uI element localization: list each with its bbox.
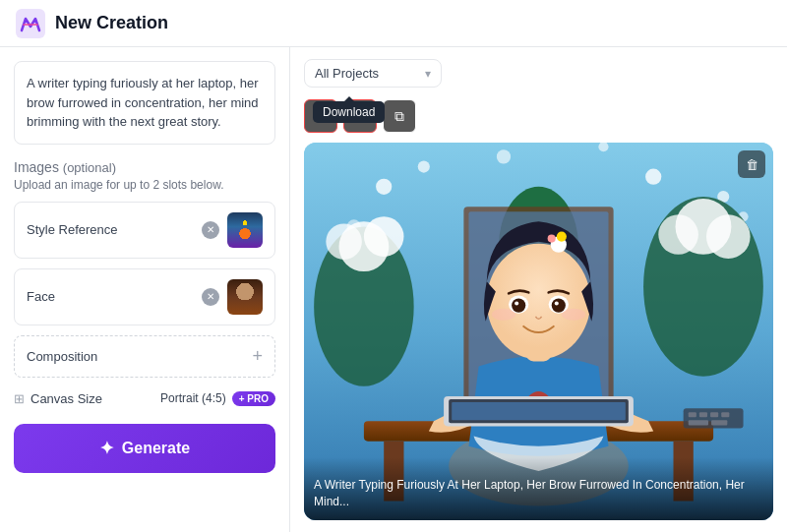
canvas-size-label: ⊞ Canvas Size xyxy=(14,391,102,406)
svg-point-3 xyxy=(418,160,430,172)
images-label: Images (optional) xyxy=(14,159,116,175)
header: New Creation xyxy=(0,0,787,47)
composition-slot[interactable]: Composition + xyxy=(14,335,275,378)
svg-point-47 xyxy=(562,309,585,321)
delete-button[interactable]: 🗑 xyxy=(738,150,765,178)
svg-point-29 xyxy=(548,235,556,243)
style-reference-label: Style Reference xyxy=(27,222,118,237)
svg-rect-45 xyxy=(711,420,727,425)
right-panel: All Projects ▾ Download ⤢ ⬇ ⧉ xyxy=(290,47,787,532)
svg-point-2 xyxy=(376,179,392,195)
face-thumbnail[interactable] xyxy=(227,279,263,315)
svg-point-46 xyxy=(492,309,515,321)
svg-point-5 xyxy=(645,169,661,185)
card-caption: A Writer Typing Furiously At Her Laptop,… xyxy=(304,457,773,520)
svg-rect-0 xyxy=(16,9,45,38)
canvas-size-row: ⊞ Canvas Size Portrait (4:5) + PRO xyxy=(14,391,275,406)
svg-point-17 xyxy=(706,214,751,259)
svg-point-26 xyxy=(487,244,591,360)
svg-rect-41 xyxy=(699,412,707,417)
project-select-label: All Projects xyxy=(315,66,419,81)
svg-point-4 xyxy=(497,149,511,163)
generate-label: Generate xyxy=(122,440,190,457)
pro-badge: + PRO xyxy=(232,391,275,406)
svg-rect-38 xyxy=(452,402,626,420)
face-slot: Face ✕ xyxy=(14,268,275,325)
style-reference-slot: Style Reference ✕ xyxy=(14,202,275,259)
images-section-header: Images (optional) Upload an image for up… xyxy=(14,158,275,192)
copy-icon: ⧉ xyxy=(394,108,404,125)
composition-add-icon: + xyxy=(252,346,263,367)
svg-rect-44 xyxy=(689,420,708,425)
canvas-size-value: Portrait (4:5) + PRO xyxy=(160,391,275,406)
svg-point-15 xyxy=(326,223,362,260)
app-logo-icon xyxy=(16,9,45,38)
generate-button[interactable]: ✦ Generate xyxy=(14,424,275,473)
style-reference-remove-button[interactable]: ✕ xyxy=(202,221,219,239)
chevron-down-icon: ▾ xyxy=(425,67,431,81)
svg-point-35 xyxy=(555,302,559,306)
face-label: Face xyxy=(27,289,55,304)
style-reference-controls: ✕ xyxy=(202,212,263,248)
svg-rect-42 xyxy=(710,412,718,417)
composition-label: Composition xyxy=(27,349,97,364)
project-select[interactable]: All Projects ▾ Download xyxy=(304,59,442,88)
svg-point-34 xyxy=(515,302,518,306)
main-layout: A writer typing furiously at her laptop,… xyxy=(0,47,787,532)
copy-button[interactable]: ⧉ xyxy=(383,99,416,133)
svg-point-14 xyxy=(364,216,404,257)
style-reference-thumbnail[interactable] xyxy=(227,212,263,248)
svg-rect-40 xyxy=(689,412,696,417)
svg-point-18 xyxy=(658,214,698,255)
trash-icon: 🗑 xyxy=(746,157,758,172)
svg-point-33 xyxy=(552,299,566,313)
prompt-display: A writer typing furiously at her laptop,… xyxy=(14,61,275,145)
image-card: A Writer Typing Furiously At Her Laptop,… xyxy=(304,143,773,520)
toolbar-row: All Projects ▾ Download xyxy=(304,59,773,88)
images-sublabel: Upload an image for up to 2 slots below. xyxy=(14,178,275,192)
download-tooltip: Download xyxy=(313,101,385,123)
left-panel: A writer typing furiously at her laptop,… xyxy=(0,47,290,532)
svg-point-32 xyxy=(512,299,525,313)
generate-icon: ✦ xyxy=(99,438,114,459)
page-title: New Creation xyxy=(55,13,168,33)
face-remove-button[interactable]: ✕ xyxy=(202,288,219,306)
images-section: Images (optional) Upload an image for up… xyxy=(14,158,275,378)
grid-icon: ⊞ xyxy=(14,391,25,406)
face-controls: ✕ xyxy=(202,279,263,315)
svg-point-28 xyxy=(557,232,567,242)
svg-rect-43 xyxy=(721,412,729,417)
